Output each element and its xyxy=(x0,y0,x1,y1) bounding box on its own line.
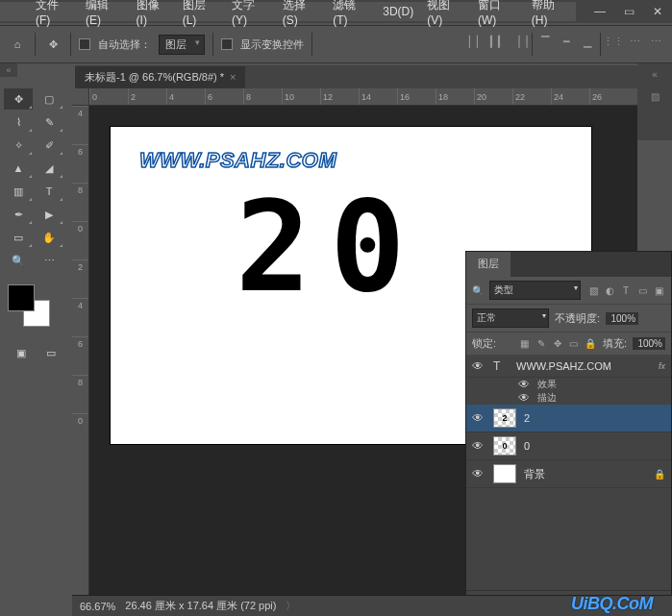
opacity-value[interactable]: 100% xyxy=(606,312,638,325)
menu-file[interactable]: 文件(F) xyxy=(29,0,79,29)
screen-mode-icon[interactable]: ▭ xyxy=(39,342,62,363)
fx-badge[interactable]: fx xyxy=(659,361,665,371)
magic-wand-tool[interactable]: ✧ xyxy=(4,135,33,156)
visibility-icon[interactable]: 👁 xyxy=(472,439,485,453)
hand-tool[interactable]: ✋ xyxy=(35,227,63,248)
foreground-color-swatch[interactable] xyxy=(8,284,35,311)
lasso-tool[interactable]: ⌇ xyxy=(4,111,33,133)
filter-smart-icon[interactable]: ▣ xyxy=(652,283,665,297)
menu-filter[interactable]: 滤镜(T) xyxy=(326,0,376,29)
menu-type[interactable]: 文字(Y) xyxy=(225,0,276,29)
layer-effects-row[interactable]: 👁 效果 xyxy=(466,378,671,391)
options-bar: ⌂ ✥ 自动选择： 图层 显示变换控件 ▏▏ ▎▎ ▕▕ ▔ ━ ▁ ⋮⋮ ⋯ … xyxy=(0,25,672,63)
layer-thumbnail[interactable]: 0 xyxy=(493,436,516,456)
filter-adjust-icon[interactable]: ◐ xyxy=(603,283,616,297)
layer-name[interactable]: 背景 xyxy=(524,467,646,481)
menubar: 文件(F) 编辑(E) 图像(I) 图层(L) 文字(Y) 选择(S) 滤镜(T… xyxy=(0,2,576,21)
right-panel-collapsed: « ▨ xyxy=(637,63,672,140)
menu-help[interactable]: 帮助(H) xyxy=(525,0,576,29)
right-expand-icon[interactable]: « xyxy=(652,69,658,80)
extra-tool[interactable]: ⋯ xyxy=(35,250,63,271)
home-icon[interactable]: ⌂ xyxy=(8,35,27,54)
eraser-tool[interactable]: ◢ xyxy=(35,158,63,179)
gradient-tool[interactable]: ▥ xyxy=(4,181,33,202)
visibility-icon[interactable]: 👁 xyxy=(472,359,485,373)
auto-select-checkbox[interactable] xyxy=(79,38,90,50)
menu-edit[interactable]: 编辑(E) xyxy=(79,0,130,29)
visibility-icon[interactable]: 👁 xyxy=(472,467,485,480)
shape-tool[interactable]: ▭ xyxy=(4,227,33,248)
quick-mask-icon[interactable]: ▣ xyxy=(10,342,32,363)
menu-view[interactable]: 视图(V) xyxy=(420,0,471,29)
pen-tool[interactable]: ✒ xyxy=(4,204,33,225)
fill-value[interactable]: 100% xyxy=(633,337,665,350)
align-top-icon[interactable]: ▔ xyxy=(536,33,554,50)
type-tool[interactable]: T xyxy=(35,181,63,202)
lock-label: 锁定: xyxy=(472,336,496,351)
filter-shape-icon[interactable]: ▭ xyxy=(635,283,649,297)
align-center-h-icon[interactable]: ▎▎ xyxy=(489,33,507,50)
quick-select-tool[interactable]: ✎ xyxy=(35,111,63,133)
lock-all-icon[interactable]: 🔒 xyxy=(584,337,597,351)
zoom-level[interactable]: 66.67% xyxy=(80,601,115,612)
color-panel-icon[interactable]: ▨ xyxy=(651,91,660,102)
visibility-icon[interactable]: 👁 xyxy=(472,411,485,425)
search-icon[interactable]: 🔍 xyxy=(472,285,484,296)
move-tool[interactable]: ✥ xyxy=(4,88,33,110)
layer-kind-dropdown[interactable]: 类型 xyxy=(489,281,581,300)
watermark-text: WWW.PSAHZ.COM xyxy=(139,148,336,173)
ruler-horizontal[interactable]: 02468101214161820222426 xyxy=(89,88,637,106)
layer-row[interactable]: 👁 背景 🔒 xyxy=(466,460,671,488)
path-select-tool[interactable]: ▶ xyxy=(35,204,63,225)
layer-name[interactable]: WWW.PSAHZ.COM xyxy=(516,360,651,372)
minimize-button[interactable]: — xyxy=(585,0,614,23)
align-left-icon[interactable]: ▏▏ xyxy=(468,33,485,50)
lock-artboard-icon[interactable]: ▭ xyxy=(567,337,581,351)
close-tab-icon[interactable]: × xyxy=(230,71,236,83)
layers-tab[interactable]: 图层 xyxy=(466,252,510,277)
close-button[interactable]: ✕ xyxy=(643,0,672,23)
align-bottom-icon[interactable]: ▁ xyxy=(579,33,596,50)
layer-row[interactable]: 👁 0 0 xyxy=(466,432,671,460)
align-right-icon[interactable]: ▕▕ xyxy=(510,33,528,50)
layer-thumbnail[interactable]: 2 xyxy=(493,408,516,428)
lock-pixels-icon[interactable]: ▦ xyxy=(518,337,532,351)
filter-image-icon[interactable]: ▧ xyxy=(586,283,600,297)
clone-stamp-tool[interactable]: ▲ xyxy=(4,158,33,179)
layer-row[interactable]: 👁 2 2 xyxy=(466,405,671,432)
marquee-tool[interactable]: ▢ xyxy=(35,88,63,110)
show-transform-label: 显示变换控件 xyxy=(240,37,304,52)
auto-select-label: 自动选择： xyxy=(98,37,151,52)
auto-select-dropdown[interactable]: 图层 xyxy=(159,35,205,55)
layer-name[interactable]: 0 xyxy=(524,440,665,452)
visibility-icon[interactable]: 👁 xyxy=(518,378,532,391)
maximize-button[interactable]: ▭ xyxy=(614,0,643,23)
layer-row[interactable]: 👁 T WWW.PSAHZ.COM fx xyxy=(466,356,671,378)
menu-layer[interactable]: 图层(L) xyxy=(176,0,225,29)
visibility-icon[interactable]: 👁 xyxy=(518,391,532,405)
distribute-h-icon[interactable]: ⋮⋮ xyxy=(605,33,622,50)
layer-stroke-row[interactable]: 👁 描边 xyxy=(466,391,671,405)
ruler-vertical[interactable]: 468024680 xyxy=(72,106,89,595)
status-menu-icon[interactable]: 〉 xyxy=(286,599,296,613)
left-collapse-button[interactable]: « xyxy=(0,63,17,77)
lock-brush-icon[interactable]: ✎ xyxy=(535,337,548,351)
filter-type-icon[interactable]: T xyxy=(619,283,633,297)
distribute-v-icon[interactable]: ⋯ xyxy=(626,33,643,50)
zoom-tool[interactable]: 🔍 xyxy=(4,250,33,271)
move-tool-icon[interactable]: ✥ xyxy=(43,35,62,54)
menu-3d[interactable]: 3D(D) xyxy=(376,3,420,20)
menu-window[interactable]: 窗口(W) xyxy=(471,0,525,29)
document-tab[interactable]: 未标题-1 @ 66.7%(RGB/8#) * × xyxy=(75,66,245,88)
show-transform-checkbox[interactable] xyxy=(221,38,233,50)
blend-mode-dropdown[interactable]: 正常 xyxy=(472,308,549,328)
layer-thumbnail[interactable] xyxy=(493,464,516,483)
menu-select[interactable]: 选择(S) xyxy=(276,0,327,29)
more-icon[interactable]: ⋯ xyxy=(647,33,664,50)
align-middle-icon[interactable]: ━ xyxy=(558,33,575,50)
layer-name[interactable]: 2 xyxy=(524,412,665,424)
lock-position-icon[interactable]: ✥ xyxy=(551,337,564,351)
menu-image[interactable]: 图像(I) xyxy=(130,0,176,29)
brush-tool[interactable]: ✐ xyxy=(35,135,63,156)
tools-panel: ✥ ▢ ⌇ ✎ ✧ ✐ ▲ ◢ ▥ T ✒ ▶ ▭ ✋ 🔍 ⋯ ▣ ▭ xyxy=(0,85,71,367)
